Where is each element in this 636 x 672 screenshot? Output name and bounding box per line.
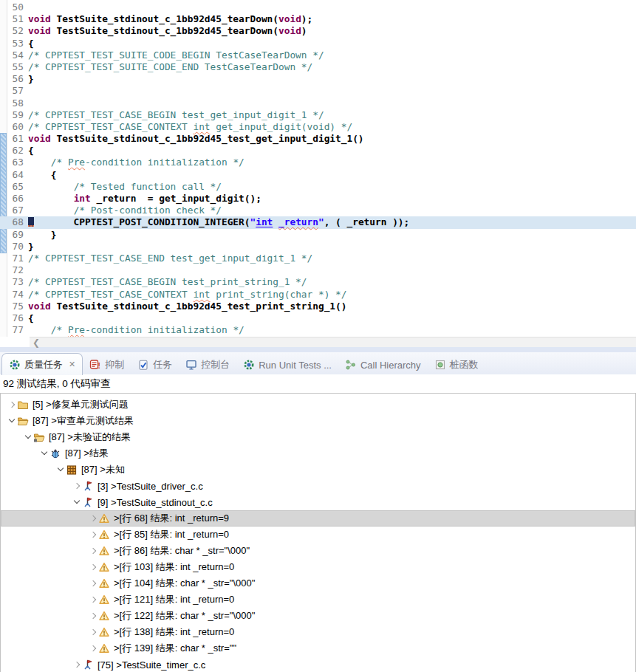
code-line[interactable]: 65 /* Tested function call */ xyxy=(0,181,636,193)
code-line[interactable]: 77 /* Pre-condition initialization */ xyxy=(0,324,636,336)
chevron-right-icon[interactable] xyxy=(88,627,98,637)
chevron-right-icon[interactable] xyxy=(88,643,98,654)
code-line-text: /* Pre-condition initialization */ xyxy=(28,324,245,336)
warning-icon xyxy=(98,626,110,638)
code-line[interactable]: 50 xyxy=(0,1,636,13)
editor-horizontal-scrollbar[interactable]: ❮ xyxy=(30,337,636,347)
tree-row[interactable]: >[行 86] 结果: char * _str="\000" xyxy=(1,543,635,559)
code-line[interactable]: 61void TestSuite_stdinout_c_1bb92d45_tes… xyxy=(0,133,636,145)
close-icon[interactable]: ✕ xyxy=(69,360,75,369)
code-line[interactable]: 60/* CPPTEST_TEST_CASE_CONTEXT int get_i… xyxy=(0,121,636,133)
chevron-right-icon[interactable] xyxy=(7,400,17,410)
chevron-right-icon[interactable] xyxy=(88,562,98,572)
line-number: 62 xyxy=(0,145,28,157)
code-line[interactable]: 76{ xyxy=(0,312,636,324)
chevron-down-icon[interactable] xyxy=(72,497,82,507)
tab-suppressions[interactable]: !抑制 xyxy=(83,354,131,375)
tab-run-unit-tests[interactable]: Run Unit Tests ... xyxy=(236,354,338,375)
warning-icon xyxy=(98,610,110,622)
tab-console[interactable]: 控制台 xyxy=(179,354,236,375)
scroll-left-icon[interactable]: ❮ xyxy=(30,338,43,347)
call-hierarchy-icon xyxy=(345,359,357,371)
code-line[interactable]: 69 } xyxy=(0,229,636,241)
chevron-right-icon[interactable] xyxy=(88,578,98,589)
tree-row-label: [3] >TestSuite_driver_c.c xyxy=(98,481,203,492)
line-number: 57 xyxy=(0,85,28,97)
tree-row[interactable]: >[行 85] 结果: int _return=0 xyxy=(1,527,635,543)
tree-row-label: [87] >未验证的结果 xyxy=(49,431,131,444)
code-line[interactable]: 58 xyxy=(0,97,636,109)
tree-row[interactable]: >[行 138] 结果: int _return=0 xyxy=(1,624,635,640)
tree-row[interactable]: [9] >TestSuite_stdinout_c.c xyxy=(1,494,635,510)
tree-row-label: [87] >审查单元测试结果 xyxy=(33,414,134,428)
chevron-right-icon[interactable] xyxy=(72,481,82,491)
code-line-text: { xyxy=(28,169,57,181)
line-number: 74 xyxy=(0,289,28,301)
tab-stub-functions[interactable]: 桩函数 xyxy=(428,354,485,375)
chevron-right-icon[interactable] xyxy=(88,611,98,621)
code-line[interactable]: 59/* CPPTEST_TEST_CASE_BEGIN test_get_in… xyxy=(0,109,636,121)
chevron-right-icon[interactable] xyxy=(88,513,98,524)
code-line[interactable]: 63 /* Pre-condition initialization */ xyxy=(0,157,636,168)
code-line-text: int _return = get_input_digit(); xyxy=(28,193,261,205)
tree-row[interactable]: [87] >审查单元测试结果 xyxy=(1,413,635,429)
tree-row[interactable]: >[行 103] 结果: int _return=0 xyxy=(1,559,635,575)
code-line-text: { xyxy=(28,38,34,49)
flag-icon xyxy=(82,496,94,508)
tab-call-hierarchy[interactable]: Call Hierarchy xyxy=(338,354,428,375)
tree-row[interactable]: [3] >TestSuite_driver_c.c xyxy=(1,478,635,494)
code-line[interactable]: 67 /* Post-condition check */ xyxy=(0,205,636,216)
code-line[interactable]: 53{ xyxy=(0,38,636,49)
code-line-text: { xyxy=(28,312,34,324)
chevron-right-icon[interactable] xyxy=(72,659,82,670)
chevron-down-icon[interactable] xyxy=(7,416,17,426)
code-line[interactable]: 56} xyxy=(0,73,636,85)
code-line-text: void TestSuite_stdinout_c_1bb92d45_test_… xyxy=(28,133,364,145)
tab-tasks[interactable]: 任务 xyxy=(131,354,179,375)
tree-row[interactable]: [87] >未知 xyxy=(1,462,635,478)
tree-row[interactable]: >[行 122] 结果: char * _str="\000" xyxy=(1,608,635,624)
tree-row[interactable]: >[行 104] 结果: char * _str="\000" xyxy=(1,575,635,592)
code-line[interactable]: 64 { xyxy=(0,169,636,181)
code-line[interactable]: 74/* CPPTEST_TEST_CASE_CONTEXT int print… xyxy=(0,289,636,301)
panel-divider[interactable] xyxy=(0,347,636,352)
code-line[interactable]: 55/* CPPTEST_TEST_SUITE_CODE_END TestCas… xyxy=(0,61,636,73)
code-line[interactable]: 66 int _return = get_input_digit(); xyxy=(0,193,636,205)
tree-row-label: >[行 68] 结果: int _return=9 xyxy=(114,512,229,525)
quality-gear-icon xyxy=(9,359,21,371)
tree-row[interactable]: [87] >未验证的结果 xyxy=(1,429,635,445)
code-editor[interactable]: 5051void TestSuite_stdinout_c_1bb92d45_t… xyxy=(0,0,636,337)
tree-row[interactable]: [5] >修复单元测试问题 xyxy=(1,397,635,413)
code-line[interactable]: 57 xyxy=(0,85,636,97)
results-tree[interactable]: [5] >修复单元测试问题[87] >审查单元测试结果[87] >未验证的结果[… xyxy=(0,393,636,672)
code-line[interactable]: 71/* CPPTEST_TEST_CASE_END test_get_inpu… xyxy=(0,253,636,264)
code-line[interactable]: 72 xyxy=(0,264,636,276)
tree-row[interactable]: [75] >TestSuite_timer_c.c xyxy=(1,656,635,672)
code-line[interactable]: 54/* CPPTEST_TEST_SUITE_CODE_BEGIN TestC… xyxy=(0,49,636,61)
folder-open-icon xyxy=(17,415,29,427)
chevron-right-icon[interactable] xyxy=(88,546,98,556)
code-line[interactable]: 75void TestSuite_stdinout_c_1bb92d45_tes… xyxy=(0,301,636,312)
tree-row-label: >[行 139] 结果: char * _str="" xyxy=(114,642,236,655)
code-line[interactable]: 52void TestSuite_stdinout_c_1bb92d45_tea… xyxy=(0,25,636,37)
code-line-text: void TestSuite_stdinout_c_1bb92d45_test_… xyxy=(28,301,346,312)
tasks-clipboard-icon xyxy=(137,359,149,371)
code-line[interactable]: 73/* CPPTEST_TEST_CASE_BEGIN test_print_… xyxy=(0,276,636,288)
code-line[interactable]: 51void TestSuite_stdinout_c_1bb92d45_tea… xyxy=(0,13,636,25)
chevron-down-icon[interactable] xyxy=(23,432,33,442)
tab-quality-tasks[interactable]: 质量任务✕ xyxy=(1,353,83,375)
line-number: 53 xyxy=(0,38,28,49)
warning-icon xyxy=(98,561,110,573)
chevron-right-icon[interactable] xyxy=(88,594,98,605)
code-line-text: /* CPPTEST_TEST_CASE_BEGIN test_get_inpu… xyxy=(28,109,324,121)
code-line[interactable]: 62{ xyxy=(0,145,636,157)
chevron-down-icon[interactable] xyxy=(55,464,66,475)
chevron-down-icon[interactable] xyxy=(39,448,49,459)
code-line[interactable]: 68 CPPTEST_POST_CONDITION_INTEGER("int _… xyxy=(0,216,636,228)
chevron-right-icon[interactable] xyxy=(88,529,98,540)
tree-row[interactable]: >[行 121] 结果: int _return=0 xyxy=(1,592,635,608)
tree-row[interactable]: >[行 139] 结果: char * _str="" xyxy=(1,640,635,656)
tree-row[interactable]: >[行 68] 结果: int _return=9 xyxy=(1,510,635,527)
code-line[interactable]: 70} xyxy=(0,241,636,253)
tree-row[interactable]: [87] >结果 xyxy=(1,445,635,462)
